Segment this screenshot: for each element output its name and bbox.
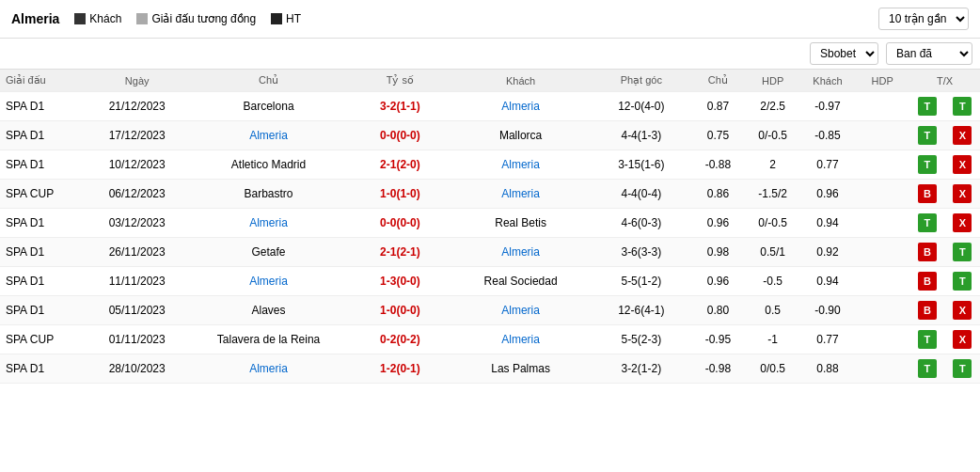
cell-phat-goc: 3-2(1-2) bbox=[592, 354, 690, 384]
cell-khach[interactable]: Almeria bbox=[450, 238, 593, 267]
cell-khach[interactable]: Almeria bbox=[450, 150, 593, 180]
cell-giai: SPA D1 bbox=[0, 296, 87, 325]
table-row: SPA D1 21/12/2023 Barcelona 3-2(1-1) Alm… bbox=[0, 92, 980, 121]
cell-ty-so: 1-3(0-0) bbox=[351, 267, 450, 296]
chu-link[interactable]: Almeria bbox=[249, 362, 288, 375]
legend-ht-label: HT bbox=[286, 12, 301, 25]
khach-link[interactable]: Almeria bbox=[501, 187, 540, 200]
cell-hdp1: -0.5 bbox=[746, 267, 800, 296]
cell-t-badge: B bbox=[909, 238, 944, 267]
table-row: SPA D1 03/12/2023 Almeria 0-0(0-0) Real … bbox=[0, 209, 980, 238]
khach-link[interactable]: Almeria bbox=[501, 304, 540, 317]
cell-khach: Mallorca bbox=[450, 121, 593, 150]
cell-ngay: 21/12/2023 bbox=[87, 92, 186, 121]
cell-giai: SPA D1 bbox=[0, 150, 87, 180]
cell-x-badge: X bbox=[945, 180, 980, 209]
sub-controls: Sbobet 188Bet Ban đã Đang chạy bbox=[0, 39, 980, 70]
cell-col-khach: -0.90 bbox=[800, 296, 855, 325]
t-badge: B bbox=[918, 272, 937, 291]
cell-hdp2 bbox=[855, 267, 909, 296]
col-header-chu2: Chủ bbox=[690, 70, 745, 92]
khach-link[interactable]: Almeria bbox=[501, 100, 540, 113]
dropdown-sbobet[interactable]: Sbobet 188Bet bbox=[810, 42, 878, 65]
cell-col-chu: 0.87 bbox=[690, 92, 745, 121]
table-row: SPA D1 11/11/2023 Almeria 1-3(0-0) Real … bbox=[0, 267, 980, 296]
col-header-khach2: Khách bbox=[800, 70, 855, 92]
cell-x-badge: T bbox=[945, 92, 980, 121]
table-row: SPA D1 05/11/2023 Alaves 1-0(0-0) Almeri… bbox=[0, 296, 980, 325]
cell-x-badge: X bbox=[945, 325, 980, 354]
cell-col-khach: 0.96 bbox=[800, 180, 855, 209]
cell-giai: SPA CUP bbox=[0, 325, 87, 354]
cell-khach[interactable]: Almeria bbox=[450, 92, 593, 121]
cell-hdp1: 0/-0.5 bbox=[746, 209, 800, 238]
score: 0-2(0-2) bbox=[380, 333, 420, 346]
cell-t-badge: B bbox=[909, 267, 944, 296]
chu-link[interactable]: Almeria bbox=[249, 275, 288, 288]
legend-khach-label: Khách bbox=[89, 12, 121, 25]
chu-link[interactable]: Almeria bbox=[249, 129, 288, 142]
x-badge: X bbox=[953, 184, 972, 203]
cell-col-chu: -0.88 bbox=[690, 150, 745, 180]
x-badge: X bbox=[953, 155, 972, 174]
cell-chu: Getafe bbox=[186, 238, 351, 267]
table-row: SPA D1 28/10/2023 Almeria 1-2(0-1) Las P… bbox=[0, 354, 980, 384]
t-badge: T bbox=[918, 126, 937, 145]
cell-chu[interactable]: Almeria bbox=[186, 354, 351, 384]
cell-phat-goc: 4-4(0-4) bbox=[592, 180, 690, 209]
x-badge: X bbox=[953, 330, 972, 349]
cell-ngay: 28/10/2023 bbox=[87, 354, 186, 384]
cell-col-chu: -0.98 bbox=[690, 354, 745, 384]
cell-t-badge: T bbox=[909, 92, 944, 121]
cell-ty-so: 0-2(0-2) bbox=[351, 325, 450, 354]
cell-chu[interactable]: Almeria bbox=[186, 209, 351, 238]
khach-link[interactable]: Almeria bbox=[501, 158, 540, 171]
legend-giai-dau-label: Giải đấu tương đồng bbox=[151, 12, 256, 25]
dropdown-matches[interactable]: 10 trận gần 5 trận gần 20 trận gần bbox=[878, 8, 969, 30]
cell-hdp2 bbox=[855, 150, 909, 180]
cell-phat-goc: 3-6(3-3) bbox=[592, 238, 690, 267]
cell-hdp1: 2 bbox=[746, 150, 800, 180]
cell-col-khach: 0.92 bbox=[800, 238, 855, 267]
cell-khach[interactable]: Almeria bbox=[450, 325, 593, 354]
col-header-phat-goc: Phạt góc bbox=[592, 70, 690, 92]
cell-hdp2 bbox=[855, 238, 909, 267]
t-badge: T bbox=[918, 359, 937, 378]
cell-hdp2 bbox=[855, 209, 909, 238]
cell-khach[interactable]: Almeria bbox=[450, 296, 593, 325]
x-badge: T bbox=[953, 243, 972, 261]
x-badge: T bbox=[953, 272, 972, 291]
cell-col-khach: -0.97 bbox=[800, 92, 855, 121]
cell-hdp2 bbox=[855, 92, 909, 121]
cell-chu: Barbastro bbox=[186, 180, 351, 209]
cell-hdp1: 0.5/1 bbox=[746, 238, 800, 267]
cell-ngay: 01/11/2023 bbox=[87, 325, 186, 354]
cell-ngay: 06/12/2023 bbox=[87, 180, 186, 209]
cell-phat-goc: 5-5(1-2) bbox=[592, 267, 690, 296]
cell-chu[interactable]: Almeria bbox=[186, 267, 351, 296]
cell-col-chu: 0.96 bbox=[690, 267, 745, 296]
score: 1-0(0-0) bbox=[380, 304, 420, 317]
dropdown-ban-da[interactable]: Ban đã Đang chạy bbox=[886, 42, 972, 65]
table-header-main: Giải đấu Ngày Chủ Tỷ số Khách Phạt góc C… bbox=[0, 70, 980, 92]
khach-link[interactable]: Almeria bbox=[501, 245, 540, 259]
cell-col-khach: -0.85 bbox=[800, 121, 855, 150]
score: 2-1(2-1) bbox=[380, 245, 420, 259]
chu-link[interactable]: Almeria bbox=[249, 216, 288, 229]
cell-x-badge: T bbox=[945, 267, 980, 296]
cell-ty-so: 1-2(0-1) bbox=[351, 354, 450, 384]
khach-link[interactable]: Almeria bbox=[501, 333, 540, 346]
cell-khach[interactable]: Almeria bbox=[450, 180, 593, 209]
cell-ty-so: 2-1(2-0) bbox=[351, 150, 450, 180]
cell-x-badge: X bbox=[945, 121, 980, 150]
cell-x-badge: X bbox=[945, 150, 980, 180]
cell-ty-so: 0-0(0-0) bbox=[351, 121, 450, 150]
cell-chu[interactable]: Almeria bbox=[186, 121, 351, 150]
cell-hdp1: -1 bbox=[746, 325, 800, 354]
x-badge: T bbox=[953, 359, 972, 378]
cell-chu: Alaves bbox=[186, 296, 351, 325]
score: 1-0(1-0) bbox=[380, 187, 420, 200]
t-badge: B bbox=[918, 301, 937, 320]
cell-phat-goc: 12-0(4-0) bbox=[592, 92, 690, 121]
col-header-hdp2: HDP bbox=[855, 70, 909, 92]
